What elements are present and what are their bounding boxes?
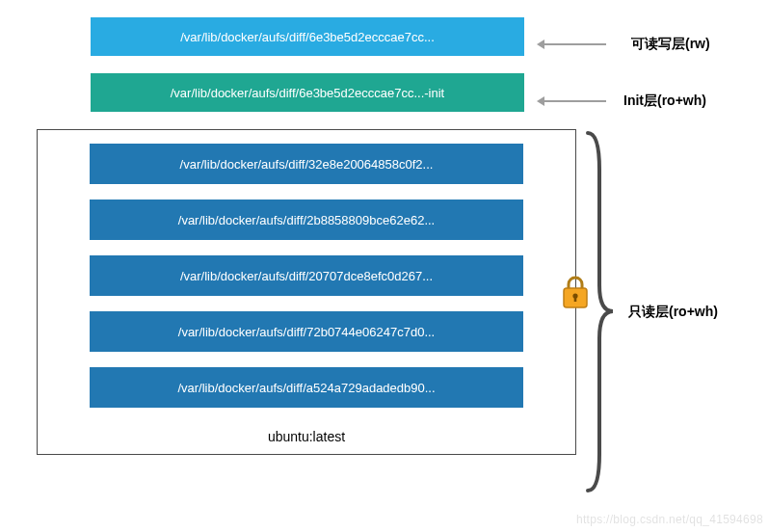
image-name-label: ubuntu:latest [90, 423, 523, 448]
arrow-line [543, 100, 606, 102]
ro-layer: /var/lib/docker/aufs/diff/20707dce8efc0d… [90, 255, 523, 296]
svg-rect-2 [574, 296, 577, 302]
init-layer-path: /var/lib/docker/aufs/diff/6e3be5d2ecccae… [171, 86, 444, 100]
rw-label: 可读写层(rw) [631, 36, 710, 53]
arrow-init: Init层(ro+wh) [543, 93, 706, 110]
rw-layer: /var/lib/docker/aufs/diff/6e3be5d2ecccae… [91, 17, 524, 56]
ro-layer-path: /var/lib/docker/aufs/diff/a524a729adaded… [177, 381, 435, 395]
watermark: https://blog.csdn.net/qq_41594698 [576, 513, 763, 526]
rw-layer-path: /var/lib/docker/aufs/diff/6e3be5d2ecccae… [180, 30, 435, 44]
ro-layer: /var/lib/docker/aufs/diff/a524a729adaded… [90, 367, 523, 408]
ro-layer-path: /var/lib/docker/aufs/diff/2b8858809bce62… [178, 213, 435, 227]
init-layer: /var/lib/docker/aufs/diff/6e3be5d2ecccae… [91, 73, 524, 112]
ro-layer: /var/lib/docker/aufs/diff/32e8e20064858c… [90, 144, 523, 184]
ro-layer-path: /var/lib/docker/aufs/diff/20707dce8efc0d… [180, 269, 433, 283]
brace-icon [582, 131, 617, 492]
ro-layer: /var/lib/docker/aufs/diff/2b8858809bce62… [90, 200, 523, 240]
ro-layer: /var/lib/docker/aufs/diff/72b0744e06247c… [90, 311, 523, 352]
ro-layer-path: /var/lib/docker/aufs/diff/72b0744e06247c… [178, 325, 435, 339]
arrow-line [543, 43, 606, 45]
ro-label: 只读层(ro+wh) [628, 304, 718, 321]
arrow-rw: 可读写层(rw) [543, 36, 710, 53]
ro-layer-path: /var/lib/docker/aufs/diff/32e8e20064858c… [180, 157, 434, 172]
image-box: /var/lib/docker/aufs/diff/32e8e20064858c… [37, 129, 576, 455]
init-label: Init层(ro+wh) [623, 93, 706, 110]
